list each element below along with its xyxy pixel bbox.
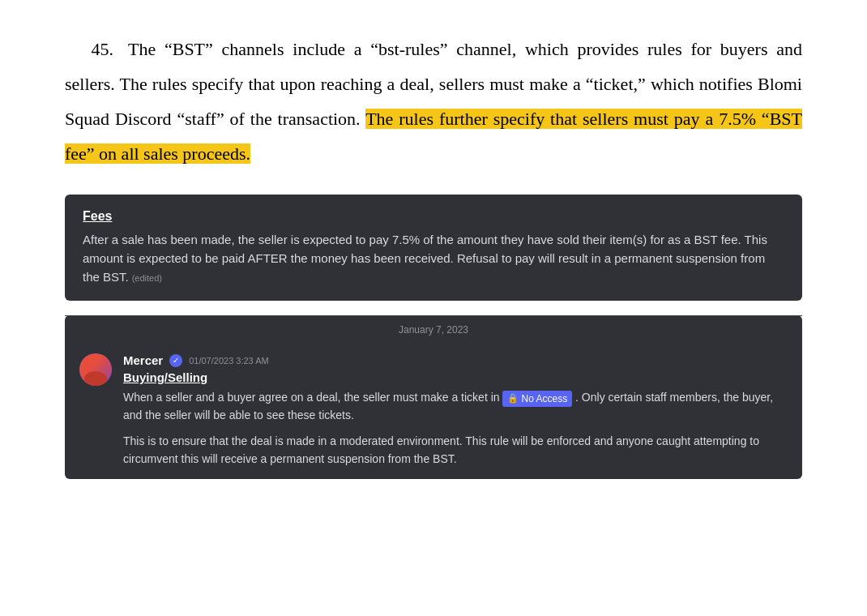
discord-message: Mercer ✓ 01/07/2023 3:23 AM Buying/Selli… [65, 345, 802, 479]
avatar-image [79, 353, 112, 386]
paragraph-45: 45.The “BST” channels include a “bst-rul… [65, 32, 802, 172]
fees-card-body: After a sale has been made, the seller i… [83, 230, 784, 287]
fees-card-title: Fees [83, 209, 784, 224]
lock-icon: 🔒 [507, 391, 519, 405]
message-body-part1: When a seller and a buyer agree on a dea… [123, 391, 500, 404]
fees-card: Fees After a sale has been made, the sel… [65, 195, 802, 302]
discord-message-area: January 7, 2023 Mercer ✓ 01/07/2023 3:23… [65, 315, 802, 479]
edited-tag: (edited) [132, 273, 162, 283]
message-body: When a seller and a buyer agree on a dea… [123, 389, 788, 468]
message-title: Buying/Selling [123, 370, 788, 384]
fees-card-body-text: After a sale has been made, the seller i… [83, 233, 767, 284]
document-body: 45.The “BST” channels include a “bst-rul… [65, 32, 802, 479]
paragraph-number: 45. [65, 32, 113, 67]
date-separator: January 7, 2023 [65, 315, 802, 340]
message-author: Mercer [123, 353, 163, 367]
avatar [79, 353, 112, 386]
message-timestamp: 01/07/2023 3:23 AM [189, 356, 268, 366]
message-content: Mercer ✓ 01/07/2023 3:23 AM Buying/Selli… [123, 353, 788, 468]
message-body-part2: This is to ensure that the deal is made … [123, 433, 788, 468]
no-access-badge: 🔒 No Access [502, 391, 572, 408]
message-header: Mercer ✓ 01/07/2023 3:23 AM [123, 353, 788, 367]
verified-badge-icon: ✓ [169, 354, 182, 367]
no-access-label: No Access [521, 391, 567, 407]
